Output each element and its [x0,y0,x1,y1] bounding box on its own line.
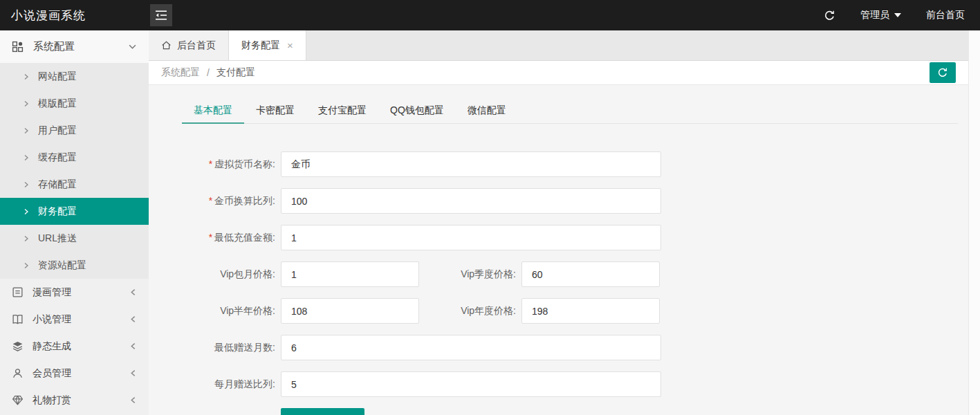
form-row-min-recharge: *最低充值金额: [149,225,968,250]
form-panel: 基本配置 卡密配置 支付宝配置 QQ钱包配置 微信配置 *虚拟货币名称: *金币… [149,85,968,415]
sidebar-item-template-config[interactable]: 模版配置 [0,90,149,117]
sidebar-item-resource-site-config[interactable]: 资源站配置 [0,252,149,279]
form-row-monthly-gift-rate: 每月赠送比列: [149,371,968,397]
field-label-text: 最低充值金额: [214,232,275,243]
field-label: *最低充值金额: [149,232,275,244]
vip-yearly-price-input[interactable] [521,298,660,324]
tab-qq-wallet-config[interactable]: QQ钱包配置 [378,98,456,123]
min-gift-months-input[interactable] [281,335,661,360]
required-asterisk: * [209,232,212,243]
chevron-right-icon [23,73,30,80]
field-label: Vip年度价格: [419,305,516,317]
main-area: 后台首页 财务配置 × 系统配置 / 支付配置 基本配置 卡密配置 支付宝配置 … [149,30,968,415]
comic-icon [12,286,24,298]
sidebar-item-novel-management[interactable]: 小说管理 [0,306,149,333]
book-icon [12,313,24,325]
chevron-left-icon [129,396,137,404]
tab-label: 后台首页 [177,39,216,52]
currency-name-input[interactable] [281,151,661,177]
close-icon[interactable]: × [287,39,293,51]
sidebar-item-label: 财务配置 [38,205,77,218]
system-config-submenu: 网站配置 模版配置 用户配置 缓存配置 存储配置 财务配置 URL推送 资源站 [0,63,149,279]
header-actions: 管理员 前台首页 [824,9,980,21]
sidebar-section-label: 系统配置 [33,40,75,53]
chevron-left-icon [129,288,137,296]
form-row-exchange-rate: *金币换算比列: [149,188,968,214]
chevron-right-icon [23,181,30,188]
sidebar-item-cache-config[interactable]: 缓存配置 [0,144,149,171]
sidebar-item-finance-config[interactable]: 财务配置 [0,198,149,225]
form-row-vip-month-quarter: Vip包月价格: Vip季度价格: [149,261,968,287]
top-header: 小说漫画系统 管理员 前台首页 [0,0,980,30]
page-scrollbar[interactable] [968,30,980,415]
sidebar-item-member-management[interactable]: 会员管理 [0,360,149,387]
field-label-text: 金币换算比列: [214,195,275,206]
home-icon [161,40,172,50]
sidebar-item-storage-config[interactable]: 存储配置 [0,171,149,198]
field-label-text: 虚拟货币名称: [214,158,275,169]
required-asterisk: * [209,195,212,206]
breadcrumb-section[interactable]: 系统配置 [161,66,200,79]
breadcrumb-bar: 系统配置 / 支付配置 [149,61,968,85]
sidebar-item-label: 网站配置 [38,71,77,83]
config-tabs: 基本配置 卡密配置 支付宝配置 QQ钱包配置 微信配置 [182,98,958,124]
min-recharge-input[interactable] [281,225,661,250]
breadcrumb-separator: / [207,67,210,78]
monthly-gift-rate-input[interactable] [281,371,661,397]
layers-icon [12,340,24,352]
chevron-left-icon [129,342,137,350]
vip-monthly-price-input[interactable] [281,261,419,287]
collapse-menu-icon [155,10,167,20]
tab-wechat-config[interactable]: 微信配置 [456,98,518,123]
tab-finance-config[interactable]: 财务配置 × [229,30,306,60]
field-label-text: Vip季度价格: [461,268,516,279]
sidebar-item-static-generation[interactable]: 静态生成 [0,333,149,360]
chevron-down-icon [128,42,137,51]
sidebar-item-website-config[interactable]: 网站配置 [0,63,149,90]
field-label: 每月赠送比列: [149,378,275,391]
caret-down-icon [894,13,901,17]
field-label-text: Vip包月价格: [220,268,275,279]
sidebar-item-label: 资源站配置 [38,259,86,272]
tab-card-key-config[interactable]: 卡密配置 [244,98,306,123]
sidebar-item-user-config[interactable]: 用户配置 [0,117,149,144]
form-row-min-gift-months: 最低赠送月数: [149,335,968,360]
chevron-left-icon [129,369,137,377]
field-label: 最低赠送月数: [149,342,275,354]
chevron-right-icon [23,154,30,161]
field-label-text: 每月赠送比列: [214,378,275,389]
tab-basic-config[interactable]: 基本配置 [182,98,244,123]
refresh-icon[interactable] [824,10,835,21]
admin-dropdown[interactable]: 管理员 [860,9,901,21]
form-row-currency-name: *虚拟货币名称: [149,151,968,177]
sidebar-item-label: 存储配置 [38,178,77,191]
panel-refresh-button[interactable] [930,62,956,83]
sidebar-item-url-push[interactable]: URL推送 [0,225,149,252]
vip-half-year-price-input[interactable] [281,298,419,324]
submit-row [149,408,968,415]
vip-quarterly-price-input[interactable] [521,261,660,287]
tab-backend-home[interactable]: 后台首页 [149,30,229,60]
sidebar-item-label: 用户配置 [38,124,77,137]
chevron-right-icon [23,208,30,215]
sidebar-item-system-config[interactable]: 系统配置 [0,30,149,63]
field-label: Vip包月价格: [149,268,275,281]
sidebar-item-label: 会员管理 [33,367,71,380]
required-asterisk: * [209,158,212,169]
sidebar-item-gift-reward[interactable]: 礼物打赏 [0,387,149,414]
tab-alipay-config[interactable]: 支付宝配置 [306,98,378,123]
chevron-right-icon [23,127,30,134]
field-label: Vip半年价格: [149,305,275,317]
chevron-right-icon [23,262,30,269]
sidebar-collapse-button[interactable] [150,4,172,26]
field-label-text: Vip半年价格: [220,305,275,316]
sidebar-item-label: 静态生成 [33,340,71,353]
form-row-vip-half-year: Vip半年价格: Vip年度价格: [149,298,968,324]
sidebar-item-comic-management[interactable]: 漫画管理 [0,279,149,306]
basic-config-form: *虚拟货币名称: *金币换算比列: *最低充值金额: Vip包月价格: Vip季… [149,151,968,415]
submit-button[interactable] [281,408,364,415]
exchange-rate-input[interactable] [281,188,661,214]
gem-icon [12,394,24,406]
sidebar-item-label: 漫画管理 [33,286,71,299]
frontend-home-link[interactable]: 前台首页 [926,9,965,21]
